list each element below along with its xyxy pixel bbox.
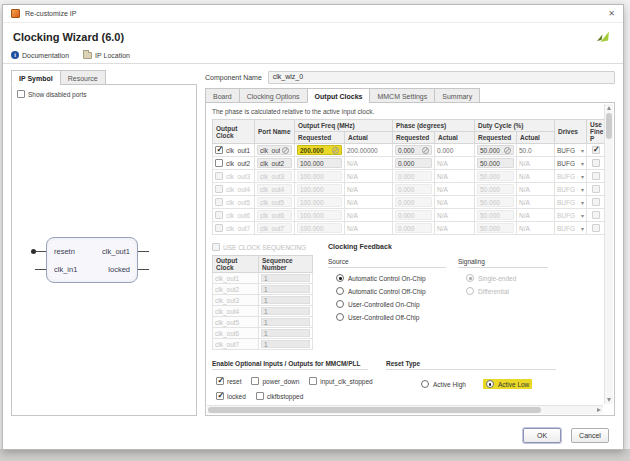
duty-requested-field[interactable]: 50.000 bbox=[477, 184, 514, 194]
freq-requested-field[interactable]: 100.000 bbox=[297, 210, 342, 220]
output-clock-enable-checkbox[interactable] bbox=[215, 146, 223, 154]
scroll-down-icon[interactable] bbox=[607, 398, 611, 402]
revert-icon[interactable] bbox=[282, 147, 289, 154]
duty-requested-field[interactable]: 50.000 bbox=[477, 145, 514, 155]
duty-requested-field[interactable]: 50.000 bbox=[477, 210, 514, 220]
optional-io-checkbox[interactable]: locked bbox=[216, 392, 246, 400]
output-clock-enable-checkbox[interactable] bbox=[215, 198, 223, 206]
use-fine-ps-checkbox[interactable] bbox=[592, 146, 600, 154]
phase-requested-field[interactable]: 0.000 bbox=[395, 158, 432, 168]
duty-requested-field[interactable]: 50.000 bbox=[477, 197, 514, 207]
col-port-name: Port Name bbox=[255, 120, 295, 144]
use-clock-sequencing-checkbox[interactable]: USE CLOCK SEQUENCING bbox=[212, 243, 316, 251]
ip-location-link[interactable]: IP Location bbox=[83, 52, 130, 59]
phase-requested-field[interactable]: 0.000 bbox=[395, 210, 432, 220]
port-name-field[interactable]: clk_out1 bbox=[257, 145, 292, 155]
reset-type-radio[interactable]: Active High bbox=[418, 379, 469, 389]
documentation-link[interactable]: i Documentation bbox=[11, 51, 69, 59]
duty-requested-field[interactable]: 50.000 bbox=[477, 171, 514, 181]
use-fine-ps-checkbox[interactable] bbox=[592, 211, 600, 219]
optional-io-checkbox[interactable]: clkfbstopped bbox=[256, 392, 304, 400]
horizontal-scrollbar[interactable] bbox=[207, 405, 603, 414]
revert-icon[interactable] bbox=[422, 147, 429, 154]
phase-requested-field[interactable]: 0.000 bbox=[395, 197, 432, 207]
feedback-source-radio[interactable]: User-Controlled On-Chip bbox=[336, 300, 446, 308]
left-panel-tab[interactable]: IP Symbol bbox=[11, 70, 60, 85]
optional-io-checkbox[interactable]: input_clk_stopped bbox=[309, 377, 372, 385]
port-name-field[interactable]: clk_out3 bbox=[257, 171, 292, 181]
vertical-scroll-thumb[interactable] bbox=[606, 113, 612, 139]
settings-tab[interactable]: Clocking Options bbox=[239, 88, 307, 103]
radio-icon bbox=[336, 274, 344, 282]
duty-requested-field[interactable]: 50.000 bbox=[477, 158, 514, 168]
use-fine-ps-checkbox[interactable] bbox=[592, 224, 600, 232]
use-fine-ps-checkbox[interactable] bbox=[592, 172, 600, 180]
use-fine-ps-checkbox[interactable] bbox=[592, 198, 600, 206]
output-clock-enable-checkbox[interactable] bbox=[215, 224, 223, 232]
freq-requested-field[interactable]: 100.000 bbox=[297, 223, 342, 233]
optional-io-checkbox[interactable]: power_down bbox=[251, 377, 299, 385]
revert-icon[interactable] bbox=[504, 147, 511, 154]
locked-pin bbox=[138, 269, 149, 270]
feedback-signaling-group: Signaling Single-ended bbox=[458, 258, 548, 326]
ok-button[interactable]: OK bbox=[523, 428, 561, 443]
settings-tab[interactable]: MMCM Settings bbox=[369, 88, 434, 103]
reset-type-radio[interactable]: Active Low bbox=[483, 379, 532, 389]
bottom-section: Enable Optional Inputs / Outputs for MMC… bbox=[212, 360, 598, 400]
cancel-button[interactable]: Cancel bbox=[571, 428, 609, 443]
port-name-field[interactable]: clk_out6 bbox=[257, 210, 292, 220]
col-duty-actual: Actual bbox=[517, 132, 555, 144]
port-name-field[interactable]: clk_out4 bbox=[257, 184, 292, 194]
drives-dropdown[interactable]: BUFG▾ bbox=[555, 157, 587, 170]
drives-dropdown[interactable]: BUFG▾ bbox=[555, 183, 587, 196]
feedback-source-radio[interactable]: Automatic Control On-Chip bbox=[336, 274, 446, 282]
radio-icon bbox=[336, 313, 344, 321]
drives-dropdown[interactable]: BUFG▾ bbox=[555, 196, 587, 209]
seq-clock-name: clk_out6 bbox=[213, 328, 259, 339]
output-clock-enable-checkbox[interactable] bbox=[215, 211, 223, 219]
port-name-field[interactable]: clk_out2 bbox=[257, 158, 292, 168]
phase-requested-field[interactable]: 0.000 bbox=[395, 145, 432, 155]
duty-requested-field[interactable]: 50.000 bbox=[477, 223, 514, 233]
freq-requested-field[interactable]: 100.000 bbox=[297, 184, 342, 194]
drives-dropdown[interactable]: BUFG▾ bbox=[555, 170, 587, 183]
freq-requested-field[interactable]: 100.000 bbox=[297, 171, 342, 181]
phase-requested-field[interactable]: 0.000 bbox=[395, 223, 432, 233]
left-panel-tab[interactable]: Resource bbox=[60, 70, 106, 85]
drives-dropdown[interactable]: BUFG▾ bbox=[555, 209, 587, 222]
settings-tab[interactable]: Summary bbox=[434, 88, 480, 103]
output-clock-enable-checkbox[interactable] bbox=[215, 159, 223, 167]
port-name-field[interactable]: clk_out7 bbox=[257, 223, 292, 233]
use-fine-ps-checkbox[interactable] bbox=[592, 159, 600, 167]
port-name-field[interactable]: clk_out5 bbox=[257, 197, 292, 207]
output-clock-row: clk_out6 clk_out6 bbox=[213, 209, 605, 222]
chevron-down-icon: ▾ bbox=[581, 160, 584, 167]
feedback-source-radio[interactable]: User-Controlled Off-Chip bbox=[336, 313, 446, 321]
duty-actual-value: N/A bbox=[517, 209, 555, 222]
revert-icon[interactable] bbox=[332, 147, 339, 154]
phase-requested-field[interactable]: 0.000 bbox=[395, 171, 432, 181]
settings-tab[interactable]: Output Clocks bbox=[307, 88, 370, 103]
drives-dropdown[interactable]: BUFG▾ bbox=[555, 222, 587, 235]
output-clock-enable-checkbox[interactable] bbox=[215, 185, 223, 193]
settings-tab[interactable]: Board bbox=[205, 88, 239, 103]
close-icon[interactable]: ✕ bbox=[608, 10, 615, 18]
scroll-up-icon[interactable] bbox=[607, 106, 611, 110]
show-disabled-ports-checkbox[interactable]: Show disabled ports bbox=[12, 85, 196, 98]
freq-requested-field[interactable]: 100.000 bbox=[297, 158, 342, 168]
ip-symbol-block: resetn clk_in1 clk_out1 locked bbox=[46, 237, 138, 283]
scroll-right-icon[interactable] bbox=[597, 408, 601, 412]
horizontal-scroll-thumb[interactable] bbox=[208, 407, 541, 413]
freq-requested-field[interactable]: 200.000 bbox=[297, 145, 342, 155]
output-clock-label: clk_out1 bbox=[226, 147, 250, 154]
use-fine-ps-checkbox[interactable] bbox=[592, 185, 600, 193]
phase-requested-field[interactable]: 0.000 bbox=[395, 184, 432, 194]
output-clock-enable-checkbox[interactable] bbox=[215, 172, 223, 180]
output-clock-cell: clk_out3 bbox=[213, 170, 255, 183]
optional-io-checkbox[interactable]: reset bbox=[216, 377, 241, 385]
component-name-input[interactable]: clk_wiz_0 bbox=[268, 71, 615, 84]
feedback-source-radio[interactable]: Automatic Control Off-Chip bbox=[336, 287, 446, 295]
drives-dropdown[interactable]: BUFG▾ bbox=[555, 144, 587, 157]
freq-requested-field[interactable]: 100.000 bbox=[297, 197, 342, 207]
vertical-scrollbar[interactable] bbox=[604, 104, 613, 404]
